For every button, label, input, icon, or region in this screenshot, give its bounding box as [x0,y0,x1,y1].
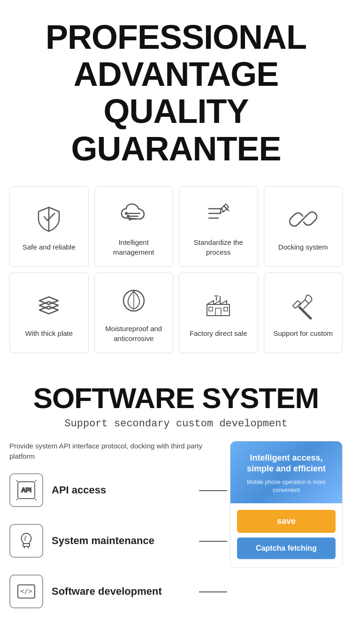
card-factory-direct-label: Factory direct sale [190,328,247,338]
grid-row-1: Safe and reliable Intelligent management [9,186,343,267]
sw-item-api: API API access [9,473,222,507]
card-factory-direct: Factory direct sale [179,273,258,353]
software-subtitle: Support secondary custom development [9,418,343,430]
sw-connector-development [199,591,227,592]
cloud-filter-icon [117,198,150,231]
card-safe-reliable: Safe and reliable [9,186,89,267]
svg-line-28 [16,480,18,482]
svg-rect-17 [209,307,213,311]
card-moistureproof: Moistureproof and anticorrosive [94,273,174,353]
software-right-panel: Intelligent access, simple and efficient… [230,441,343,568]
card-support-custom: Support for custom [264,273,343,353]
software-left: Provide system API interface protocol, d… [9,441,222,625]
card-thick-plate: With thick plate [9,273,89,353]
factory-icon [202,289,235,322]
card-moistureproof-label: Moistureproof and anticorrosive [99,324,168,343]
card-intelligent-management: Intelligent management [94,186,174,267]
svg-line-30 [16,499,18,500]
panel-sub-text: Mobile phone operation is more convenien… [239,478,334,494]
software-description: Provide system API interface protocol, d… [9,441,222,462]
svg-point-4 [127,215,129,217]
layers-icon [32,289,65,322]
software-body: Provide system API interface protocol, d… [9,441,343,625]
tools-icon [287,289,320,322]
grid-row-2: With thick plate Moistureproof and antic… [9,273,343,353]
svg-line-23 [299,307,311,318]
panel-main-text: Intelligent access, simple and efficient [239,453,334,475]
software-title: SOFTWARE SYSTEM [9,382,343,414]
sw-connector-maintenance [199,541,227,542]
pen-list-icon [202,198,235,231]
shield-icon [32,203,65,235]
svg-line-29 [35,480,37,482]
card-standardize-process: Standardize the process [179,186,258,267]
drop-wrench-icon [9,524,43,558]
svg-point-5 [129,218,131,220]
card-support-custom-label: Support for custom [273,328,333,338]
svg-line-31 [35,499,37,500]
card-intelligent-management-label: Intelligent management [99,237,168,257]
svg-text:API: API [21,486,31,493]
api-icon: API [9,473,43,507]
sw-connector-api [199,490,227,491]
software-section: SOFTWARE SYSTEM Support secondary custom… [0,373,352,639]
save-button[interactable]: save [237,510,336,533]
svg-text:</>: </> [20,587,32,595]
svg-rect-32 [23,544,30,546]
sw-item-api-label: API access [52,484,106,497]
card-docking-system: Docking system [264,186,343,267]
card-docking-system-label: Docking system [278,242,328,252]
page-header: PROFESSIONAL ADVANTAGE QUALITY GUARANTEE [0,0,352,182]
svg-rect-15 [207,304,230,316]
svg-rect-16 [215,308,221,316]
captcha-button[interactable]: Captcha fetching [237,538,336,559]
code-icon: </> [9,575,43,608]
sw-item-maintenance: System maintenance [9,524,222,558]
features-grid: Safe and reliable Intelligent management [0,182,352,373]
main-title: PROFESSIONAL ADVANTAGE QUALITY GUARANTEE [9,19,343,167]
sw-item-development-label: Software development [52,585,162,599]
svg-point-3 [125,212,127,214]
panel-top: Intelligent access, simple and efficient… [230,441,342,503]
leaf-shield-icon [117,284,150,317]
sw-item-development: </> Software development [9,575,222,608]
card-thick-plate-label: With thick plate [25,328,73,338]
svg-rect-18 [224,307,228,311]
link-icon [287,203,320,235]
card-safe-reliable-label: Safe and reliable [23,242,76,252]
svg-line-25 [303,303,309,309]
panel-buttons: save Captcha fetching [230,503,342,568]
card-standardize-process-label: Standardize the process [184,237,253,257]
sw-item-maintenance-label: System maintenance [52,534,154,548]
